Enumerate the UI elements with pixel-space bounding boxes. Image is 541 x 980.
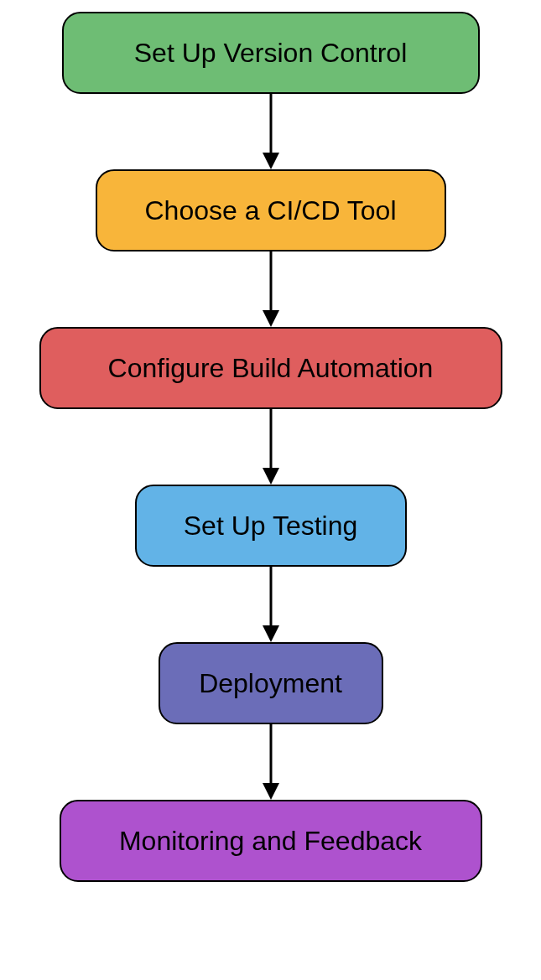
node-version-control: Set Up Version Control <box>62 12 480 94</box>
arrow-icon <box>258 251 284 327</box>
svg-marker-7 <box>263 625 279 642</box>
node-label: Set Up Version Control <box>134 38 408 69</box>
arrow-icon <box>258 409 284 485</box>
arrow-icon <box>258 567 284 642</box>
node-label: Choose a CI/CD Tool <box>145 195 397 226</box>
node-label: Set Up Testing <box>184 511 358 542</box>
svg-marker-3 <box>263 310 279 327</box>
arrow-icon <box>258 94 284 169</box>
arrow-icon <box>258 724 284 800</box>
node-deployment: Deployment <box>159 642 383 724</box>
node-label: Configure Build Automation <box>108 353 434 384</box>
node-cicd-tool: Choose a CI/CD Tool <box>96 169 446 251</box>
svg-marker-9 <box>263 783 279 800</box>
svg-marker-1 <box>263 153 279 169</box>
node-label: Monitoring and Feedback <box>119 826 422 857</box>
node-monitoring: Monitoring and Feedback <box>60 800 482 882</box>
node-build-automation: Configure Build Automation <box>39 327 502 409</box>
node-label: Deployment <box>199 668 342 699</box>
node-testing: Set Up Testing <box>135 485 407 567</box>
svg-marker-5 <box>263 468 279 485</box>
